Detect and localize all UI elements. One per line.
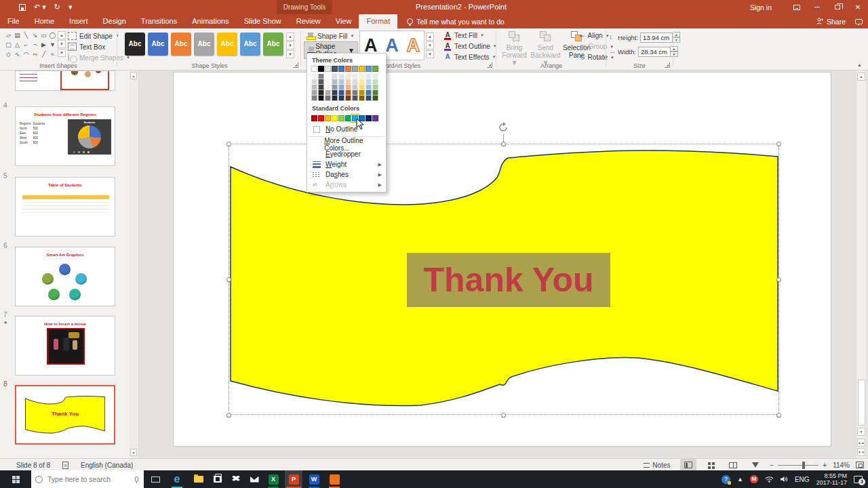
scribble-shape-icon[interactable]: ∿ bbox=[13, 49, 22, 59]
width-value[interactable]: 28.34 cm bbox=[638, 47, 671, 57]
tell-me-box[interactable]: Tell me what you want to do bbox=[407, 14, 505, 28]
theme-color-variant-swatch[interactable] bbox=[325, 90, 331, 96]
next-slide-icon[interactable]: ▼▼ bbox=[857, 448, 865, 456]
microphone-icon[interactable] bbox=[135, 476, 138, 482]
theme-color-variant-swatch[interactable] bbox=[372, 85, 378, 90]
shape-style-swatch-4[interactable]: Abc bbox=[194, 33, 214, 56]
sign-in-link[interactable]: Sign in bbox=[750, 3, 772, 12]
theme-color-variant-swatch[interactable] bbox=[318, 90, 324, 96]
theme-color-variant-swatch[interactable] bbox=[325, 79, 331, 85]
theme-color-variant-swatch[interactable] bbox=[359, 79, 365, 85]
standard-color-swatch-10[interactable] bbox=[372, 115, 378, 121]
wordart-style-2[interactable]: A bbox=[385, 30, 399, 60]
ribbon-display-options-icon[interactable] bbox=[787, 0, 807, 14]
tab-file[interactable]: File bbox=[0, 14, 27, 28]
view-normal-button[interactable] bbox=[680, 459, 696, 471]
zoom-slider[interactable] bbox=[778, 465, 818, 466]
theme-color-variant-swatch[interactable] bbox=[311, 79, 317, 85]
triangle-shape-icon[interactable]: △ bbox=[13, 40, 22, 49]
theme-color-swatch[interactable] bbox=[318, 66, 324, 72]
taskbar-explorer-button[interactable] bbox=[190, 470, 208, 488]
elbow-shape-icon[interactable]: ⌐ bbox=[22, 40, 31, 49]
action-center-icon[interactable]: 3 bbox=[854, 476, 863, 483]
tab-view[interactable]: View bbox=[328, 14, 359, 28]
taskbar-recorder-button[interactable] bbox=[326, 470, 343, 488]
previous-slide-icon[interactable]: ▲▲ bbox=[857, 439, 865, 447]
theme-color-variant-swatch[interactable] bbox=[318, 74, 324, 79]
tab-format[interactable]: Format bbox=[359, 14, 397, 28]
slide-thumbnail-4[interactable]: Students from different RegionsRegionsSt… bbox=[15, 106, 115, 166]
styles-more-icon[interactable]: ▼ bbox=[286, 50, 294, 58]
standard-color-swatch-3[interactable] bbox=[325, 115, 331, 121]
language-status[interactable]: English (Canada) bbox=[81, 462, 133, 469]
line-shape-icon[interactable]: ╲ bbox=[22, 30, 31, 40]
rect-shape-icon[interactable]: ▭ bbox=[39, 30, 48, 40]
theme-color-variant-swatch[interactable] bbox=[345, 79, 351, 85]
standard-color-swatch-8[interactable] bbox=[359, 115, 365, 121]
menu-item-dashes[interactable]: Dashes▶ bbox=[307, 169, 386, 180]
taskbar-clock[interactable]: 8:55 PM2017-11-17 bbox=[816, 472, 847, 486]
zoom-level[interactable]: 114% bbox=[833, 462, 850, 469]
standard-color-swatch-5[interactable] bbox=[338, 115, 344, 121]
theme-color-variant-swatch[interactable] bbox=[372, 79, 378, 85]
theme-color-variant-swatch[interactable] bbox=[366, 79, 372, 85]
slide-thumbnail-8[interactable]: Thank You bbox=[15, 385, 115, 445]
canvas-scrollbar[interactable]: ▲ ▼ ▲▲ ▼▼ bbox=[856, 70, 866, 458]
canvas-scroll-down-icon[interactable]: ▼ bbox=[857, 428, 865, 436]
shape-style-swatch-6[interactable]: Abc bbox=[240, 33, 260, 56]
round-rect-shape-icon[interactable]: ▢ bbox=[4, 40, 13, 49]
theme-color-variant-swatch[interactable] bbox=[318, 96, 324, 101]
height-value[interactable]: 13.94 cm bbox=[640, 33, 673, 43]
gmail-tray-icon[interactable]: M bbox=[750, 475, 758, 483]
language-indicator[interactable]: ENG bbox=[795, 476, 810, 483]
taskbar-store-button[interactable] bbox=[209, 470, 226, 488]
theme-color-variant-swatch[interactable] bbox=[352, 74, 358, 79]
slide-thumbnail-5[interactable]: Table of Students bbox=[15, 177, 115, 237]
taskbar-dropbox-button[interactable] bbox=[227, 470, 245, 488]
theme-color-variant-swatch[interactable] bbox=[372, 74, 378, 79]
height-up-icon[interactable]: ▲ bbox=[673, 32, 680, 37]
theme-color-swatch[interactable] bbox=[366, 66, 372, 72]
view-slideshow-button[interactable] bbox=[747, 459, 764, 471]
zoom-slider-thumb[interactable] bbox=[802, 462, 805, 469]
theme-color-variant-swatch[interactable] bbox=[318, 85, 324, 90]
shape-style-swatch-1[interactable]: Abc bbox=[125, 33, 145, 56]
shape-style-swatch-3[interactable]: Abc bbox=[171, 33, 191, 56]
taskbar-search[interactable]: Type here to search bbox=[31, 470, 144, 488]
zoom-in-button[interactable]: + bbox=[823, 462, 827, 469]
theme-color-variant-swatch[interactable] bbox=[332, 79, 338, 85]
start-button[interactable] bbox=[0, 470, 31, 488]
gallery-up-icon[interactable]: ▲ bbox=[58, 31, 66, 39]
theme-color-swatch[interactable] bbox=[352, 66, 358, 72]
minimize-button[interactable] bbox=[807, 0, 827, 14]
thumb-scroll-down-icon[interactable]: ▼ bbox=[130, 449, 137, 456]
theme-color-variant-swatch[interactable] bbox=[338, 79, 344, 85]
gallery-more-icon[interactable]: ▼ bbox=[58, 49, 66, 57]
theme-color-variant-swatch[interactable] bbox=[352, 79, 358, 85]
rotate-handle-icon[interactable] bbox=[498, 122, 509, 133]
arrow-right-shape-icon[interactable]: ▶ bbox=[39, 40, 48, 49]
tray-expand-icon[interactable]: ▲ bbox=[737, 476, 743, 483]
textbox-shape-icon[interactable]: ▤ bbox=[13, 30, 22, 40]
width-down-icon[interactable]: ▼ bbox=[671, 52, 678, 57]
theme-color-variant-swatch[interactable] bbox=[366, 74, 372, 79]
theme-color-variant-swatch[interactable] bbox=[311, 85, 317, 90]
taskbar-powerpoint-button[interactable]: P bbox=[285, 470, 302, 488]
resize-handle-w[interactable] bbox=[226, 277, 231, 282]
zoom-out-button[interactable]: − bbox=[770, 462, 774, 469]
theme-color-variant-swatch[interactable] bbox=[318, 79, 324, 85]
theme-color-variant-swatch[interactable] bbox=[332, 96, 338, 101]
theme-color-variant-swatch[interactable] bbox=[338, 74, 344, 79]
arc-shape-icon[interactable]: ◠ bbox=[22, 49, 31, 59]
theme-color-variant-swatch[interactable] bbox=[345, 74, 351, 79]
shape-styles-dialog-launcher-icon[interactable] bbox=[293, 62, 298, 68]
theme-color-variant-swatch[interactable] bbox=[345, 85, 351, 90]
theme-color-variant-swatch[interactable] bbox=[325, 96, 331, 101]
styles-down-icon[interactable]: ▼ bbox=[286, 41, 294, 49]
tab-insert[interactable]: Insert bbox=[62, 14, 96, 28]
qat-customize-icon[interactable]: ▾ bbox=[68, 0, 73, 14]
theme-color-variant-swatch[interactable] bbox=[359, 96, 365, 101]
theme-color-swatch[interactable] bbox=[345, 66, 351, 72]
banner-shape-icon[interactable]: ▱ bbox=[4, 30, 13, 40]
theme-color-variant-swatch[interactable] bbox=[352, 96, 358, 101]
